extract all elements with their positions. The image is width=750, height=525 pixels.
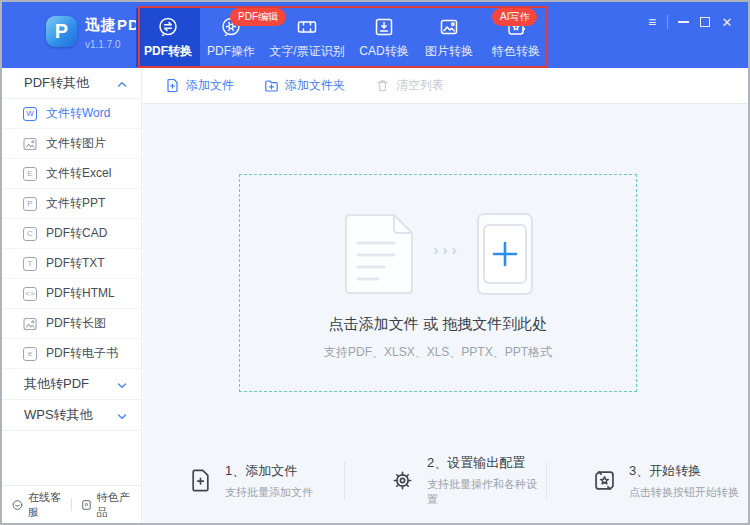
- tab-label: 图片转换: [425, 43, 473, 60]
- section-label: PDF转其他: [24, 74, 89, 92]
- tab-label: PDF转换: [144, 43, 192, 60]
- step-title: 3、开始转换: [629, 462, 739, 480]
- step-start-convert: 3、开始转换 点击转换按钮开始转换: [547, 462, 748, 500]
- sidebar-item-file-to-word[interactable]: W 文件转Word: [2, 99, 141, 129]
- featured-products-label: 特色产品: [97, 490, 131, 520]
- sidebar-footer: 在线客服 特色产品: [2, 485, 141, 523]
- minimize-button[interactable]: [672, 11, 694, 33]
- photo-icon: [23, 137, 37, 151]
- sidebar-item-pdf-to-html[interactable]: <> PDF转HTML: [2, 279, 141, 309]
- file-toolbar: 添加文件 添加文件夹 清空列表: [143, 68, 748, 104]
- file-plus-icon: [187, 467, 214, 494]
- clear-list-button[interactable]: 清空列表: [375, 77, 444, 94]
- step-add-files: 1、添加文件 支持批量添加文件: [143, 462, 344, 500]
- sidebar-item-pdf-to-ebook[interactable]: e PDF转电子书: [2, 339, 141, 369]
- steps-bar: 1、添加文件 支持批量添加文件 2、设置输出配置 支持批量操作和各种设置: [143, 454, 748, 507]
- gear-icon: [389, 467, 416, 494]
- tab-cad-convert[interactable]: CAD转换: [352, 8, 416, 67]
- add-card-icon: [475, 211, 535, 297]
- sidebar: PDF转其他 W 文件转Word 文件转图片 E 文件转Excel P 文件转P…: [2, 68, 142, 523]
- word-doc-icon: W: [23, 107, 37, 121]
- sidebar-item-pdf-to-cad[interactable]: C PDF转CAD: [2, 219, 141, 249]
- tab-label: 特色转换: [492, 43, 540, 60]
- sidebar-item-file-to-ppt[interactable]: P 文件转PPT: [2, 189, 141, 219]
- smiley-icon: [12, 498, 23, 512]
- sidebar-item-pdf-to-long-image[interactable]: PDF转长图: [2, 309, 141, 339]
- item-label: 文件转Excel: [46, 165, 111, 182]
- add-folder-icon: [264, 78, 279, 93]
- txt-doc-icon: T: [23, 257, 37, 271]
- item-label: 文件转图片: [46, 135, 106, 152]
- item-label: PDF转HTML: [46, 285, 115, 302]
- online-service-button[interactable]: 在线客服: [12, 490, 62, 520]
- window-controls: ≡ ✕: [641, 11, 738, 33]
- close-button[interactable]: ✕: [716, 11, 738, 33]
- add-file-label: 添加文件: [186, 77, 234, 94]
- trash-icon: [375, 78, 390, 93]
- divider: [667, 15, 668, 29]
- online-service-label: 在线客服: [28, 490, 62, 520]
- product-badge-icon: [81, 498, 92, 512]
- ebook-doc-icon: e: [23, 347, 37, 361]
- cad-doc-icon: C: [23, 227, 37, 241]
- step-subtitle: 支持批量添加文件: [225, 485, 313, 500]
- featured-products-button[interactable]: 特色产品: [81, 490, 131, 520]
- item-label: PDF转TXT: [46, 255, 105, 272]
- sidebar-item-file-to-excel[interactable]: E 文件转Excel: [2, 159, 141, 189]
- step-output-settings: 2、设置输出配置 支持批量操作和各种设置: [345, 454, 546, 507]
- sidebar-section-pdf-to-other[interactable]: PDF转其他: [2, 68, 141, 99]
- drop-zone-graphics: ›››: [240, 211, 636, 297]
- step-subtitle: 支持批量操作和各种设置: [427, 477, 546, 507]
- title-bar: P 迅捷PDF转换器 v1.1.7.0 PDF转换: [2, 2, 748, 68]
- badge-ai-write: AI写作: [492, 8, 537, 26]
- image-icon: [437, 15, 461, 43]
- sidebar-section-other-to-pdf[interactable]: 其他转PDF: [2, 369, 141, 400]
- app-window: P 迅捷PDF转换器 v1.1.7.0 PDF转换: [0, 0, 750, 525]
- divider: [71, 498, 72, 511]
- chevron-down-icon: [117, 377, 127, 392]
- clear-list-label: 清空列表: [396, 77, 444, 94]
- drop-zone-title: 点击添加文件 或 拖拽文件到此处: [240, 315, 636, 334]
- file-drop-zone[interactable]: ››› 点击添加文件 或 拖拽文件到此处 支持PDF、XLSX、XLS、PPTX…: [239, 174, 637, 392]
- chevron-down-icon: [117, 408, 127, 423]
- add-folder-label: 添加文件夹: [285, 77, 345, 94]
- tab-label: PDF操作: [207, 43, 255, 60]
- tab-pdf-convert[interactable]: PDF转换: [136, 8, 200, 67]
- tab-label: CAD转换: [359, 43, 408, 60]
- drop-zone-formats: 支持PDF、XLSX、XLS、PPTX、PPT格式: [240, 344, 636, 361]
- excel-doc-icon: E: [23, 167, 37, 181]
- chevron-up-icon: [117, 76, 127, 91]
- html-doc-icon: <>: [23, 287, 37, 301]
- main-panel: ››› 点击添加文件 或 拖拽文件到此处 支持PDF、XLSX、XLS、PPTX…: [143, 104, 748, 523]
- menu-icon[interactable]: ≡: [641, 11, 663, 33]
- sidebar-item-pdf-to-txt[interactable]: T PDF转TXT: [2, 249, 141, 279]
- item-label: 文件转PPT: [46, 195, 105, 212]
- tab-image-convert[interactable]: 图片转换: [416, 8, 482, 67]
- maximize-button[interactable]: [694, 11, 716, 33]
- sidebar-item-file-to-image[interactable]: 文件转图片: [2, 129, 141, 159]
- chevrons-icon: ›››: [434, 241, 461, 258]
- ppt-doc-icon: P: [23, 197, 37, 211]
- photo-icon: [23, 317, 37, 331]
- item-label: PDF转电子书: [46, 345, 118, 362]
- app-logo-icon: P: [46, 16, 77, 47]
- section-label: 其他转PDF: [24, 375, 89, 393]
- document-icon: [342, 211, 416, 297]
- tab-label: 文字/票证识别: [269, 43, 344, 60]
- ticket-icon: [295, 15, 319, 43]
- sidebar-section-wps-to-other[interactable]: WPS转其他: [2, 400, 141, 431]
- item-label: PDF转CAD: [46, 225, 107, 242]
- item-label: PDF转长图: [46, 315, 106, 332]
- add-file-icon: [165, 78, 180, 93]
- step-subtitle: 点击转换按钮开始转换: [629, 485, 739, 500]
- cad-icon: [372, 15, 396, 43]
- swap-circle-icon: [156, 15, 180, 43]
- item-label: 文件转Word: [46, 105, 110, 122]
- step-title: 1、添加文件: [225, 462, 313, 480]
- tab-bar: PDF转换 PDF操作: [136, 8, 550, 67]
- star-cycle-icon: [591, 467, 618, 494]
- section-label: WPS转其他: [24, 406, 93, 424]
- add-file-button[interactable]: 添加文件: [165, 77, 234, 94]
- step-title: 2、设置输出配置: [427, 454, 546, 472]
- add-folder-button[interactable]: 添加文件夹: [264, 77, 345, 94]
